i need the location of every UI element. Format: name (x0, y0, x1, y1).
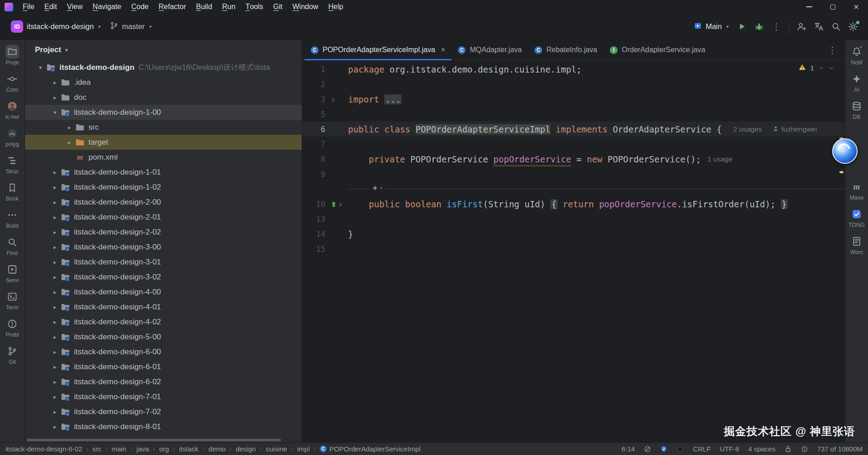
tool-button-polyglot[interactable]: polyg (0, 125, 25, 149)
line-number[interactable]: 10 (302, 200, 328, 209)
code-line[interactable]: 10 public boolean isFirst(String uId) { … (302, 196, 845, 211)
tree-row[interactable]: ▸itstack-demo-design-2-01 (25, 210, 302, 225)
code-line[interactable]: 15 (302, 241, 845, 256)
breadcrumb-item[interactable]: design (235, 445, 255, 453)
line-number[interactable]: 3 (302, 95, 328, 104)
tree-chevron-icon[interactable]: ▸ (49, 319, 60, 325)
tool-button-project[interactable]: Proje (0, 44, 25, 67)
tree-row[interactable]: ▸doc (25, 90, 302, 105)
line-number[interactable]: 9 (302, 170, 328, 179)
tool-button-maven[interactable]: mMave (845, 179, 868, 202)
tree-chevron-icon[interactable]: ▸ (49, 214, 60, 220)
line-number[interactable]: 15 (302, 245, 328, 254)
tree-chevron-icon[interactable]: ▸ (49, 394, 60, 400)
status-caret-position[interactable]: 6:14 (622, 445, 635, 453)
tree-row[interactable]: ▸src (25, 120, 302, 135)
tree-row[interactable]: ▸itstack-demo-design-4-01 (25, 299, 302, 314)
warning-stripe-mark[interactable] (839, 171, 843, 173)
tree-chevron-icon[interactable]: ▸ (64, 124, 75, 131)
editor-tab[interactable]: CRebateInfo.java (528, 40, 603, 60)
breadcrumb-item[interactable]: src (93, 445, 102, 453)
minimize-button[interactable] (797, 0, 821, 14)
menu-git[interactable]: Git (268, 0, 287, 14)
tree-chevron-icon[interactable]: ▸ (49, 274, 60, 280)
tool-button-git[interactable]: Git (0, 343, 25, 367)
status-indent-style[interactable]: 4 spaces (748, 445, 775, 453)
code-line[interactable]: 7 (302, 137, 845, 152)
code-line[interactable]: 6public class POPOrderAdapterServiceImpl… (302, 122, 845, 137)
code-line[interactable]: 9 (302, 166, 845, 181)
run-config-widget[interactable]: Main ▾ (689, 19, 733, 35)
tree-row[interactable]: ▸itstack-demo-design-6-02 (25, 374, 302, 389)
tree-chevron-icon[interactable]: ▸ (49, 304, 60, 310)
breadcrumb-item[interactable]: demo (209, 445, 226, 453)
menu-edit[interactable]: Edit (39, 0, 62, 14)
code-line[interactable]: 2 (302, 77, 845, 92)
tree-row[interactable]: ▸itstack-demo-design-8-01 (25, 419, 302, 434)
code-line[interactable]: 13 (302, 211, 845, 226)
breadcrumb-item[interactable]: itstack (179, 445, 199, 453)
tool-button-ai-assistant[interactable]: AI (845, 71, 868, 94)
tree-chevron-icon[interactable]: ▸ (49, 184, 60, 191)
maximize-button[interactable] (821, 0, 844, 14)
tree-chevron-icon[interactable]: ▸ (49, 334, 60, 340)
editor-tab[interactable]: IOrderAdapterService.java (603, 40, 711, 60)
scrollbar-thumb[interactable] (27, 439, 281, 441)
menu-view[interactable]: View (62, 0, 88, 14)
tool-button-structure[interactable]: Struc (0, 152, 25, 176)
tool-button-services[interactable]: Servi (0, 261, 25, 285)
tree-row[interactable]: ▸itstack-demo-design-3-00 (25, 240, 302, 254)
line-number[interactable]: 5 (302, 110, 328, 119)
tree-row[interactable]: ▸itstack-demo-design-7-02 (25, 404, 302, 419)
tree-row[interactable]: ▸itstack-demo-design-7-01 (25, 389, 302, 404)
close-tab-icon[interactable]: × (441, 46, 445, 54)
tool-button-more-build[interactable]: Build (0, 207, 25, 230)
tool-button-tongyi-lingma[interactable]: TONG (845, 206, 868, 230)
inline-ai-button[interactable]: ▾ (369, 185, 385, 191)
breadcrumb-item[interactable]: org (159, 445, 169, 453)
tree-row[interactable]: ▸target (25, 135, 302, 150)
inspections-widget[interactable]: 1 (799, 64, 834, 72)
tool-button-database[interactable]: DB (845, 98, 868, 122)
status-memory-indicator[interactable]: 737 of 10800M (817, 445, 863, 453)
tree-row[interactable]: ▸itstack-demo-design-4-02 (25, 314, 302, 329)
horizontal-scrollbar[interactable] (25, 438, 302, 442)
status-highlighting-level[interactable] (644, 445, 651, 453)
menu-navigate[interactable]: Navigate (88, 0, 126, 14)
status-line-separator[interactable]: CRLF (693, 445, 711, 453)
translate-button[interactable] (810, 19, 827, 35)
next-problem-button[interactable] (829, 65, 834, 71)
usages-inlay[interactable]: 1 usage (707, 155, 732, 163)
tree-chevron-icon[interactable]: ▸ (49, 199, 60, 205)
breadcrumb-item[interactable]: itstack-demo-design-6-02 (5, 445, 82, 453)
tool-button-terminal[interactable]: Term (0, 289, 25, 312)
line-number[interactable]: 7 (302, 140, 328, 149)
menu-tools[interactable]: Tools (240, 0, 268, 14)
fold-toggle-icon[interactable] (331, 94, 336, 104)
author-inlay[interactable]: fuzhengwei (773, 125, 817, 133)
tree-chevron-icon[interactable]: ▸ (49, 259, 60, 265)
usages-inlay[interactable]: 2 usages (733, 125, 762, 133)
tree-chevron-icon[interactable]: ▸ (49, 409, 60, 415)
search-everywhere-button[interactable] (827, 19, 844, 35)
code-editor[interactable]: 1package org.itstack.demo.design.cuisine… (302, 60, 845, 442)
menu-code[interactable]: Code (126, 0, 153, 14)
tree-chevron-icon[interactable]: ▾ (35, 64, 46, 71)
editor-tab[interactable]: CMQAdapter.java (451, 40, 528, 60)
status-copilot[interactable] (677, 445, 684, 453)
tool-button-lc-helper[interactable]: lc-hel (0, 98, 25, 122)
assistant-float-button[interactable] (832, 138, 858, 164)
tree-chevron-icon[interactable]: ▸ (49, 94, 60, 101)
tree-row[interactable]: ▸itstack-demo-design-3-01 (25, 254, 302, 269)
tree-chevron-icon[interactable]: ▸ (49, 349, 60, 355)
tree-row[interactable]: ▸itstack-demo-design-2-02 (25, 225, 302, 240)
status-inspections-trafficlight[interactable] (801, 445, 808, 453)
code-line[interactable]: 8 private POPOrderService popOrderServic… (302, 152, 845, 166)
fold-toggle-icon[interactable] (338, 199, 343, 209)
tree-chevron-icon[interactable]: ▸ (49, 229, 60, 235)
vcs-branch-widget[interactable]: master ▾ (105, 18, 156, 35)
code-line[interactable]: 14} (302, 226, 845, 241)
tabs-more-icon[interactable]: ⋮ (820, 40, 845, 60)
gutter[interactable] (328, 94, 348, 104)
breadcrumb-item[interactable]: java (137, 445, 149, 453)
